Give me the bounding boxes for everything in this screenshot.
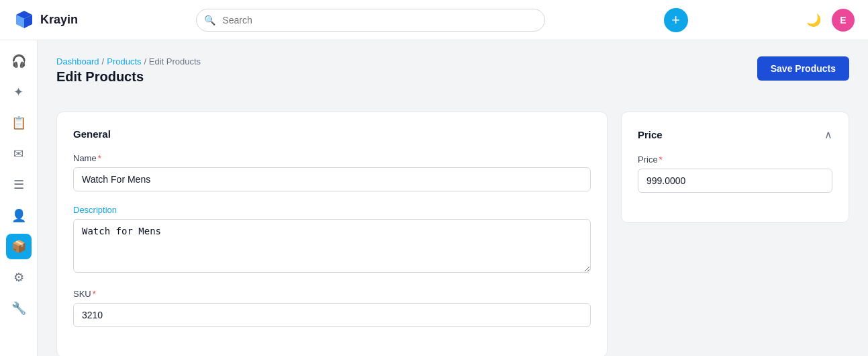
sidebar-item-puzzle[interactable]: ✦ xyxy=(6,79,32,105)
sidebar-item-wrench[interactable]: 🔧 xyxy=(6,296,32,321)
sidebar-item-clipboard[interactable]: 📋 xyxy=(6,110,32,136)
breadcrumb: Dashboard / Products / Edit Products xyxy=(56,56,201,66)
main-content: Dashboard / Products / Edit Products Edi… xyxy=(38,40,868,356)
breadcrumb-dashboard[interactable]: Dashboard xyxy=(56,56,99,66)
sidebar-item-list[interactable]: ☰ xyxy=(6,172,32,197)
sidebar-item-person[interactable]: 👤 xyxy=(6,203,32,228)
general-card-title: General xyxy=(73,128,111,140)
description-label: Description xyxy=(73,205,591,215)
app-name: Krayin xyxy=(40,13,78,27)
nav-right: 🌙 E xyxy=(806,9,855,32)
sku-label: SKU* xyxy=(73,289,591,299)
description-field-group: Description Watch for Mens xyxy=(73,205,591,275)
price-card-title: Price xyxy=(638,129,663,140)
price-label: Price* xyxy=(638,154,832,165)
description-textarea[interactable]: Watch for Mens xyxy=(73,219,591,273)
search-icon: 🔍 xyxy=(204,15,215,26)
sidebar: 🎧 ✦ 📋 ✉ ☰ 👤 📦 ⚙ 🔧 xyxy=(0,40,38,356)
logo-icon xyxy=(13,9,35,31)
sku-input[interactable] xyxy=(73,303,591,327)
theme-toggle-button[interactable]: 🌙 xyxy=(806,13,821,28)
chevron-up-icon[interactable]: ∧ xyxy=(824,128,832,141)
sidebar-item-headset[interactable]: 🎧 xyxy=(6,48,32,74)
sidebar-item-email[interactable]: ✉ xyxy=(6,141,32,167)
name-field-group: Name* xyxy=(73,153,591,191)
page-header: Dashboard / Products / Edit Products Edi… xyxy=(56,56,849,98)
search-bar: 🔍 xyxy=(196,9,545,32)
save-products-button[interactable]: Save Products xyxy=(757,56,849,81)
price-input[interactable] xyxy=(638,169,832,193)
name-input[interactable] xyxy=(73,167,591,191)
topnav: Krayin 🔍 + 🌙 E xyxy=(0,0,868,40)
sidebar-item-products[interactable]: 📦 xyxy=(6,234,32,259)
sku-field-group: SKU* xyxy=(73,289,591,327)
general-card-header: General xyxy=(73,128,591,140)
breadcrumb-title-group: Dashboard / Products / Edit Products Edi… xyxy=(56,56,201,98)
breadcrumb-products[interactable]: Products xyxy=(107,56,141,66)
main-layout: 🎧 ✦ 📋 ✉ ☰ 👤 📦 ⚙ 🔧 Dashboard / Products /… xyxy=(0,40,868,356)
breadcrumb-sep1: / xyxy=(102,56,105,66)
name-label: Name* xyxy=(73,153,591,163)
add-button[interactable]: + xyxy=(664,8,688,32)
form-row: General Name* Description Watch for Mens xyxy=(56,112,849,356)
search-input[interactable] xyxy=(196,9,545,32)
avatar[interactable]: E xyxy=(832,9,855,32)
breadcrumb-sep2: / Edit Products xyxy=(144,56,201,66)
price-field-group: Price* xyxy=(638,154,832,193)
price-card-header: Price ∧ xyxy=(638,128,832,141)
sidebar-item-settings-circle[interactable]: ⚙ xyxy=(6,265,32,290)
page-title: Edit Products xyxy=(56,69,201,85)
general-card: General Name* Description Watch for Mens xyxy=(56,112,608,356)
price-card: Price ∧ Price* xyxy=(621,112,849,223)
logo: Krayin xyxy=(13,9,78,31)
